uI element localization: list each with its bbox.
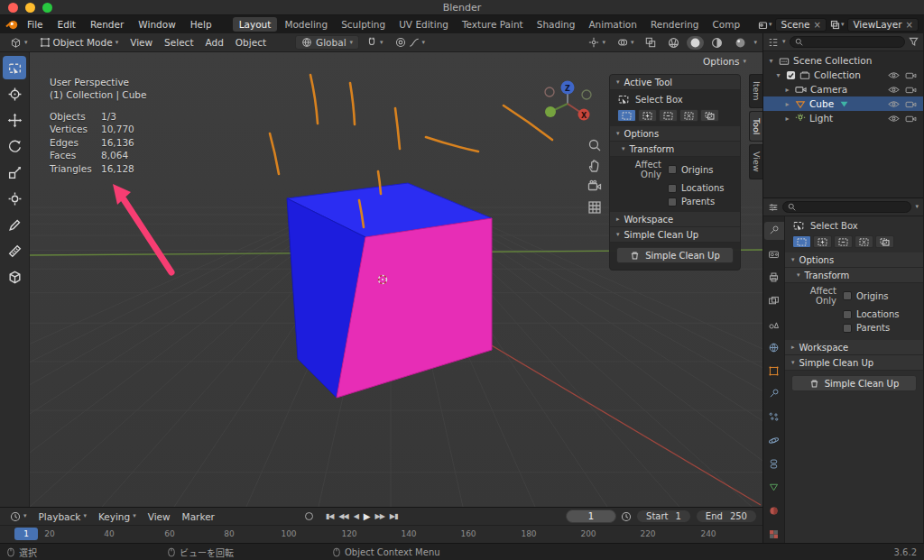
outliner-editor-type-icon[interactable] xyxy=(768,37,779,48)
menu-object[interactable]: Object xyxy=(231,37,271,48)
unlink-scene-icon[interactable]: × xyxy=(814,20,821,30)
workspace-section-header[interactable]: ▸ Workspace xyxy=(610,212,740,227)
workspace-section-header[interactable]: ▸ Workspace xyxy=(785,340,923,355)
workspace-tab-texture-paint[interactable]: Texture Paint xyxy=(456,17,530,32)
parents-checkbox[interactable] xyxy=(843,324,852,333)
disable-render-camera-icon[interactable] xyxy=(905,86,917,94)
mode-selector[interactable]: Object Mode ▾ xyxy=(35,37,124,48)
menu-add[interactable]: Add xyxy=(201,37,228,48)
menu-view[interactable]: View xyxy=(125,37,157,48)
properties-editor-type-icon[interactable] xyxy=(768,202,779,213)
transform-tool-button[interactable] xyxy=(3,187,26,210)
outliner-search-input[interactable] xyxy=(806,38,900,47)
outliner-row-camera[interactable]: ▸ Camera xyxy=(763,82,923,96)
next-keyframe-button[interactable]: ▶▶ xyxy=(374,512,383,520)
outliner-row-light[interactable]: ▸ Light xyxy=(763,111,923,125)
measure-tool-button[interactable] xyxy=(3,239,26,262)
disable-render-camera-icon[interactable] xyxy=(905,115,917,123)
jump-to-end-button[interactable]: ▶▮ xyxy=(390,512,398,520)
keying-menu[interactable]: Keying▾ xyxy=(94,511,141,522)
workspace-tab-shading[interactable]: Shading xyxy=(531,17,582,32)
workspace-tab-sculpting[interactable]: Sculpting xyxy=(335,17,392,32)
collection-checkbox-icon[interactable] xyxy=(786,70,796,80)
disable-render-camera-icon[interactable] xyxy=(905,71,917,79)
tab-world[interactable] xyxy=(764,338,784,356)
sidebar-tab-view[interactable]: View xyxy=(749,144,762,179)
workspace-tab-layout[interactable]: Layout xyxy=(233,17,278,32)
scale-tool-button[interactable] xyxy=(3,161,26,184)
tab-active-tool[interactable] xyxy=(764,222,784,240)
cube-object[interactable] xyxy=(287,183,492,398)
sidebar-tab-item[interactable]: Item xyxy=(749,74,762,108)
properties-search-input[interactable] xyxy=(799,203,906,212)
simple-cleanup-button[interactable]: Simple Clean Up xyxy=(616,247,734,263)
preview-range-clock-icon[interactable] xyxy=(621,511,632,522)
select-mode-subtract-button[interactable] xyxy=(659,109,678,122)
origins-checkbox[interactable] xyxy=(668,165,677,174)
camera-view-icon[interactable] xyxy=(587,179,602,194)
shading-material-icon[interactable] xyxy=(707,37,727,49)
workspace-tab-modeling[interactable]: Modeling xyxy=(278,17,334,32)
axis-y-negative-icon[interactable] xyxy=(582,90,591,99)
snap-toggle-icon[interactable]: ▾ xyxy=(362,37,388,48)
transform-subsection-header[interactable]: ▾ Transform xyxy=(785,268,923,283)
select-box-tool-button[interactable] xyxy=(3,56,26,79)
viewlayer-selector[interactable]: ViewLayer × xyxy=(847,18,919,32)
tab-texture[interactable] xyxy=(764,525,784,543)
active-tool-section-header[interactable]: ▾ Active Tool xyxy=(610,75,740,90)
workspace-tab-animation[interactable]: Animation xyxy=(582,17,643,32)
parents-checkbox-row[interactable]: Parents xyxy=(668,197,733,207)
menu-select[interactable]: Select xyxy=(160,37,198,48)
jump-to-start-button[interactable]: ▮◀ xyxy=(326,512,334,520)
tab-material[interactable] xyxy=(764,501,784,519)
tab-modifiers[interactable] xyxy=(764,385,784,403)
workspace-tab-rendering[interactable]: Rendering xyxy=(644,17,706,32)
shading-rendered-icon[interactable] xyxy=(730,37,751,49)
options-section-header[interactable]: ▾ Options xyxy=(610,126,740,142)
expand-icon[interactable]: ▾ xyxy=(767,57,775,65)
zoom-icon[interactable] xyxy=(587,138,602,152)
cleanup-section-header[interactable]: ▾ Simple Clean Up xyxy=(785,355,923,371)
viewport-options-button[interactable]: Options ▾ xyxy=(703,56,746,67)
parents-checkbox[interactable] xyxy=(668,197,677,207)
disable-render-camera-icon[interactable] xyxy=(905,100,917,108)
select-mode-extend-button[interactable] xyxy=(813,235,832,248)
menu-help[interactable]: Help xyxy=(184,17,218,32)
blender-logo-icon[interactable] xyxy=(5,19,19,31)
view-menu[interactable]: View xyxy=(143,511,175,522)
3d-viewport[interactable]: Z X User Perspective (1) Collection | Cu… xyxy=(30,52,762,507)
menu-render[interactable]: Render xyxy=(84,17,130,32)
show-gizmo-icon[interactable]: ▾ xyxy=(584,37,610,48)
editor-type-icon[interactable]: ▾ xyxy=(5,37,32,49)
show-overlays-icon[interactable]: ▾ xyxy=(613,37,639,48)
tab-constraints[interactable] xyxy=(764,455,784,473)
expand-icon[interactable]: ▸ xyxy=(783,86,791,94)
add-cube-tool-button[interactable] xyxy=(3,265,26,289)
rotate-tool-button[interactable] xyxy=(3,134,26,158)
browse-viewlayer-icon[interactable]: ▾ xyxy=(830,20,845,30)
filter-icon[interactable] xyxy=(909,37,919,47)
locations-checkbox[interactable] xyxy=(668,184,677,193)
hide-eye-icon[interactable] xyxy=(888,115,900,123)
start-frame-field[interactable]: Start 1 xyxy=(636,510,691,523)
record-button[interactable] xyxy=(305,512,313,520)
select-mode-extend-button[interactable] xyxy=(638,109,657,122)
outliner-row-scene-collection[interactable]: ▾ Scene Collection xyxy=(763,53,923,68)
select-mode-intersect-button[interactable] xyxy=(700,109,719,122)
select-mode-invert-button[interactable] xyxy=(855,235,873,248)
expand-icon[interactable]: ▸ xyxy=(783,115,791,123)
playhead-marker[interactable]: 1 xyxy=(14,528,38,540)
outliner-row-cube[interactable]: ▸ Cube xyxy=(763,96,923,111)
tab-object-data[interactable] xyxy=(764,478,784,496)
tab-render[interactable] xyxy=(764,245,784,263)
parents-checkbox-row[interactable]: Parents xyxy=(843,323,916,333)
active-tool-row[interactable]: Select Box xyxy=(610,90,740,108)
proportional-editing-icon[interactable]: ▾ xyxy=(391,37,430,48)
shading-solid-icon[interactable] xyxy=(687,36,704,50)
cursor-tool-button[interactable] xyxy=(3,82,26,106)
origins-checkbox[interactable] xyxy=(843,291,852,300)
options-section-header[interactable]: ▾ Options xyxy=(785,252,923,268)
select-mode-subtract-button[interactable] xyxy=(834,235,853,248)
expand-icon[interactable]: ▾ xyxy=(774,71,782,79)
play-button[interactable]: ▶ xyxy=(364,511,370,521)
